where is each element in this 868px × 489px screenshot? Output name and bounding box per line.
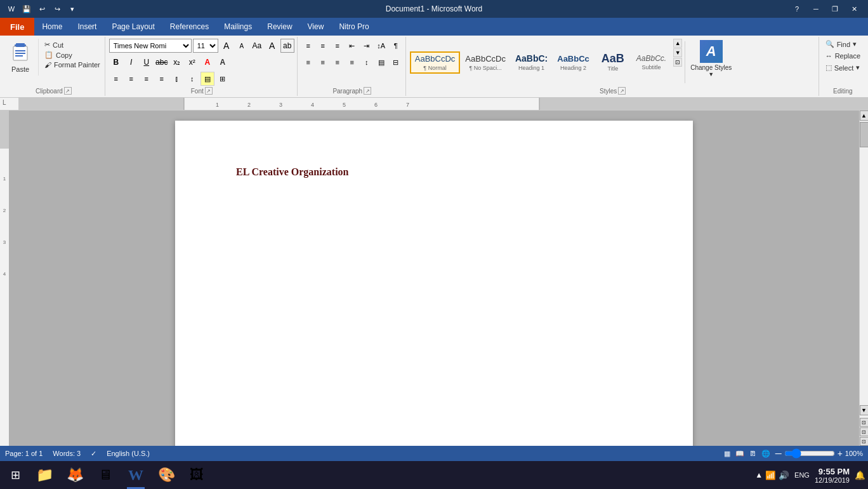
taskbar-file-explorer[interactable]: 📁 (30, 461, 58, 489)
style-normal-box[interactable]: AaBbCcDc ¶ Normal (410, 51, 461, 74)
scroll-down-button[interactable]: ▼ (860, 405, 869, 415)
shading-button[interactable]: ▤ (201, 72, 214, 86)
style-heading2-box[interactable]: AaBbCc Heading 2 (553, 52, 594, 73)
align-left-para-button[interactable]: ≡ (301, 55, 315, 69)
view-layout-btn[interactable]: 🖹 (749, 450, 756, 457)
clipboard-dialog-btn[interactable]: ↗ (64, 87, 72, 95)
customize-quick-btn[interactable]: ▾ (66, 3, 79, 15)
style-subtitle-box[interactable]: AaBbCc. Subtitle (632, 52, 671, 72)
view-normal-btn[interactable]: ▦ (724, 450, 730, 458)
taskbar-paint[interactable]: 🎨 (152, 461, 180, 489)
increase-indent-button[interactable]: ⇥ (360, 39, 374, 53)
review-menu-item[interactable]: Review (260, 18, 299, 36)
taskbar-photos[interactable]: 🖼 (183, 461, 211, 489)
show-hide-button[interactable]: ¶ (389, 39, 403, 53)
border-para-button[interactable]: ⊟ (389, 55, 403, 69)
border-button[interactable]: ⊞ (216, 72, 230, 86)
bold-button[interactable]: B (109, 55, 123, 69)
change-styles-container[interactable]: A Change Styles ▼ (688, 39, 734, 86)
view-btn-2[interactable]: ⊡ (860, 427, 869, 436)
clear-format-button[interactable]: A (265, 39, 279, 53)
shading-para-button[interactable]: ▤ (374, 55, 388, 69)
save-quick-btn[interactable]: 💾 (20, 3, 33, 15)
close-btn[interactable]: ✕ (845, 3, 863, 15)
zoom-out-btn[interactable]: ─ (775, 448, 782, 459)
view-web-btn[interactable]: 🌐 (761, 450, 770, 458)
taskbar-firefox[interactable]: 🦊 (61, 461, 89, 489)
nitro-pro-menu-item[interactable]: Nitro Pro (331, 18, 376, 36)
subscript-button[interactable]: x₂ (170, 55, 184, 69)
style-title-box[interactable]: AaB Title (595, 51, 631, 74)
grow-font-button[interactable]: A (220, 39, 233, 53)
text-highlight-button[interactable]: ab (280, 39, 294, 53)
redo-quick-btn[interactable]: ↪ (51, 3, 63, 15)
styles-scroll-down-btn[interactable]: ▼ (673, 48, 682, 57)
taskbar-word[interactable]: W (122, 461, 150, 489)
insert-menu-item[interactable]: Insert (70, 18, 104, 36)
taskbar-up-arrow[interactable]: ▲ (755, 471, 763, 479)
page-content[interactable]: EL Creative Organization (236, 166, 647, 420)
cut-button[interactable]: ✂ Cut (43, 40, 102, 50)
minimize-btn[interactable]: ─ (807, 3, 825, 15)
decrease-indent-button[interactable]: ⇤ (345, 39, 359, 53)
windows-start-button[interactable]: ⊞ (3, 462, 28, 488)
align-center-button[interactable]: ≡ (124, 72, 138, 86)
ruler-corner[interactable]: L (0, 98, 19, 111)
numbering-button[interactable]: ≡ (316, 39, 330, 53)
align-left-button[interactable]: ≡ (109, 72, 123, 86)
shrink-font-button[interactable]: A (235, 39, 249, 53)
align-center-para-button[interactable]: ≡ (316, 55, 330, 69)
view-btn-1[interactable]: ⊡ (860, 418, 869, 427)
styles-scroll-up-btn[interactable]: ▲ (673, 39, 682, 48)
font-dialog-btn[interactable]: ↗ (205, 87, 213, 95)
change-case-button[interactable]: Aa (250, 39, 264, 53)
help-btn[interactable]: ? (788, 3, 806, 15)
scrollbar-thumb[interactable] (860, 122, 869, 147)
copy-button[interactable]: 📋 Copy (43, 50, 102, 60)
document-text[interactable]: EL Creative Organization (236, 166, 647, 178)
view-menu-item[interactable]: View (300, 18, 332, 36)
underline-button[interactable]: U (140, 55, 154, 69)
document-area[interactable]: EL Creative Organization (9, 111, 859, 446)
strikethrough-button[interactable]: abc (155, 55, 169, 69)
column-button[interactable]: ⫿ (170, 72, 184, 86)
network-icon[interactable]: 📶 (765, 471, 776, 480)
justify-button[interactable]: ≡ (155, 72, 169, 86)
page-layout-menu-item[interactable]: Page Layout (104, 18, 162, 36)
zoom-in-btn[interactable]: + (838, 448, 843, 459)
paragraph-dialog-btn[interactable]: ↗ (364, 87, 371, 95)
scroll-up-button[interactable]: ▲ (860, 111, 869, 121)
taskbar-media[interactable]: 🖥 (91, 461, 119, 489)
volume-icon[interactable]: 🔊 (779, 471, 789, 480)
style-no-spacing-box[interactable]: AaBbCcDc ¶ No Spaci... (461, 52, 510, 73)
view-reader-btn[interactable]: 📖 (735, 450, 744, 458)
format-painter-button[interactable]: 🖌 Format Painter (43, 60, 102, 69)
view-btn-3[interactable]: ⊡ (860, 437, 869, 446)
file-menu-btn[interactable]: File (0, 18, 34, 36)
bullets-button[interactable]: ≡ (301, 39, 315, 53)
undo-quick-btn[interactable]: ↩ (36, 3, 48, 15)
align-right-button[interactable]: ≡ (140, 72, 154, 86)
justify-para-button[interactable]: ≡ (345, 55, 359, 69)
styles-dialog-btn[interactable]: ↗ (618, 87, 626, 95)
word-logo-btn[interactable]: W (5, 3, 18, 15)
time-display[interactable]: 9:55 PM 12/19/2019 (815, 467, 850, 484)
select-button[interactable]: ⬚ Select ▾ (823, 62, 863, 73)
home-menu-item[interactable]: Home (34, 18, 70, 36)
restore-btn[interactable]: ❐ (826, 3, 844, 15)
font-size-select[interactable]: 11 (193, 39, 218, 53)
styles-more-btn[interactable]: ⊡ (673, 58, 682, 67)
find-button[interactable]: 🔍 Find ▾ (823, 39, 863, 50)
italic-button[interactable]: I (124, 55, 138, 69)
multilevel-list-button[interactable]: ≡ (331, 39, 345, 53)
references-menu-item[interactable]: References (162, 18, 216, 36)
line-spacing-para-button[interactable]: ↕ (360, 55, 374, 69)
style-heading1-box[interactable]: AaBbC: Heading 1 (511, 51, 552, 73)
text-effect-button[interactable]: A (216, 55, 230, 69)
mailings-menu-item[interactable]: Mailings (216, 18, 260, 36)
notification-button[interactable]: 🔔 (855, 471, 865, 480)
font-family-select[interactable]: Times New Romi (109, 39, 192, 53)
paste-button[interactable]: Paste (5, 39, 36, 76)
superscript-button[interactable]: x² (185, 55, 199, 69)
line-spacing-button[interactable]: ↕ (185, 72, 199, 86)
